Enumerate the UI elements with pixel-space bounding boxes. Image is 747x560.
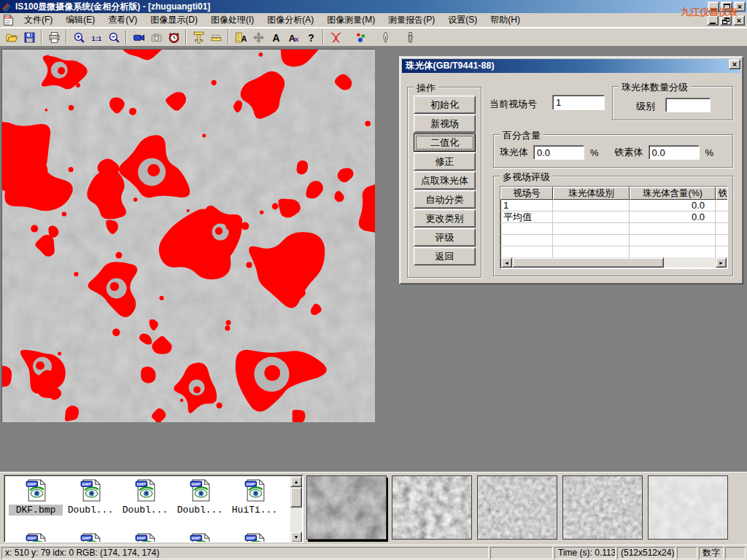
ruler-button[interactable] — [207, 29, 225, 45]
text-button[interactable]: A — [267, 29, 285, 45]
move-button[interactable] — [249, 29, 267, 45]
op-button-2[interactable]: 二值化 — [414, 133, 476, 152]
zoom-out-button[interactable] — [105, 29, 123, 45]
table-header-0[interactable]: 视场号 — [500, 187, 553, 200]
menu-item-2[interactable]: 查看(V) — [101, 12, 144, 28]
vscroll-thumb[interactable] — [290, 487, 302, 508]
current-field-input[interactable] — [552, 95, 605, 110]
probe-button[interactable] — [401, 29, 419, 45]
color-points-icon — [355, 31, 367, 44]
op-button-8[interactable]: 返回 — [414, 247, 476, 265]
actual-size-button[interactable]: 1:1 — [88, 29, 105, 45]
file-item-3[interactable]: BMPDoubl... — [173, 478, 227, 516]
op-button-7[interactable]: 评级 — [414, 228, 476, 246]
close-button[interactable]: × — [734, 1, 746, 12]
op-button-3[interactable]: 修正 — [414, 152, 476, 171]
pen-button[interactable] — [376, 29, 394, 45]
table-row-4[interactable] — [500, 246, 727, 258]
table-cell — [500, 246, 553, 257]
svg-text:BMP: BMP — [27, 536, 36, 540]
menu-item-0[interactable]: 文件(F) — [18, 12, 59, 28]
specimen-thumbnail-1[interactable] — [392, 475, 472, 540]
video-camera-button[interactable] — [130, 29, 147, 45]
dialog-title: 珠光体(GB/T9441-88) — [406, 60, 495, 72]
caliper-button[interactable] — [190, 29, 207, 45]
color-points-button[interactable] — [352, 29, 369, 45]
curve-button[interactable] — [327, 29, 344, 45]
document-icon[interactable]: DOC — [2, 14, 15, 26]
specimen-thumbnail-2[interactable] — [477, 475, 557, 540]
help-button[interactable]: ? — [302, 29, 320, 45]
mdi-restore-button[interactable] — [720, 15, 732, 26]
table-header-2[interactable]: 珠光体含量(%) — [630, 187, 716, 200]
camera-button[interactable] — [147, 29, 165, 45]
file-item-1[interactable]: BMPDoubl... — [63, 478, 117, 516]
zoom-in-button[interactable] — [70, 29, 88, 45]
measure-text-button[interactable]: A — [232, 29, 249, 45]
scroll-right-button[interactable]: ► — [716, 257, 727, 268]
menu-item-1[interactable]: 编辑(E) — [59, 12, 101, 28]
save-button[interactable] — [20, 29, 38, 45]
open-button[interactable] — [3, 29, 20, 45]
op-button-6[interactable]: 更改类别 — [414, 209, 476, 228]
mdi-minimize-button[interactable] — [707, 15, 719, 26]
pearlite-percent-input[interactable] — [533, 145, 584, 160]
grade-level-input[interactable] — [665, 98, 711, 112]
file-item-partial[interactable]: BMP — [228, 532, 282, 542]
dialog-close-button[interactable]: × — [729, 59, 740, 69]
file-item-4[interactable]: BMPHuiTi... — [228, 478, 282, 516]
op-button-4[interactable]: 点取珠光体 — [414, 171, 476, 190]
hscroll-thumb[interactable] — [512, 257, 664, 268]
menu-item-9[interactable]: 帮助(H) — [484, 12, 527, 28]
file-list[interactable]: BMPDKF.bmpBMPDoubl...BMPDoubl...BMPDoubl… — [4, 475, 303, 542]
table-row-0[interactable]: 10.0 — [500, 200, 727, 211]
file-item-0[interactable]: BMPDKF.bmp — [9, 478, 63, 516]
menu-item-7[interactable]: 测量报告(P) — [382, 12, 441, 28]
specimen-thumbnail-3[interactable] — [562, 475, 643, 540]
hscroll-track[interactable] — [664, 257, 716, 268]
op-button-1[interactable]: 新视场 — [414, 114, 476, 133]
print-button[interactable] — [45, 29, 63, 45]
op-button-0[interactable]: 初始化 — [414, 96, 476, 114]
scroll-up-button[interactable]: ▲ — [290, 476, 302, 487]
table-row-2[interactable] — [500, 223, 727, 235]
table-cell — [553, 211, 630, 222]
menu-item-8[interactable]: 设置(S) — [441, 12, 484, 28]
menu-item-4[interactable]: 图像处理(I) — [204, 12, 260, 28]
svg-text:BMP: BMP — [246, 536, 255, 540]
table-hscrollbar[interactable]: ◄ ► — [501, 257, 727, 268]
table-header-3[interactable]: 铁素体含量(%) — [716, 187, 728, 200]
move-icon — [252, 31, 265, 44]
file-item-partial[interactable]: BMP — [9, 532, 63, 542]
grade-group-label: 珠光体数量分级 — [619, 81, 691, 94]
filelist-vscrollbar[interactable]: ▲▼ — [290, 476, 302, 542]
timer-button[interactable] — [165, 29, 182, 45]
maximize-button[interactable] — [721, 1, 732, 12]
text-style-button[interactable]: A — [285, 29, 302, 45]
dialog-title-bar[interactable]: 珠光体(GB/T9441-88) — [402, 59, 740, 73]
vscroll-track[interactable] — [290, 508, 302, 532]
file-item-partial[interactable]: BMP — [63, 532, 117, 542]
ferrite-percent-input[interactable] — [649, 145, 700, 160]
menu-item-5[interactable]: 图像分析(A) — [260, 12, 320, 28]
mdi-close-button[interactable]: × — [733, 15, 745, 26]
table-row-1[interactable]: 平均值0.0 — [500, 211, 727, 223]
op-button-5[interactable]: 自动分类 — [414, 190, 476, 209]
scroll-down-button[interactable]: ▼ — [290, 532, 302, 542]
status-empty-1 — [490, 547, 553, 559]
file-item-partial[interactable]: BMP — [118, 532, 172, 542]
table-row-3[interactable] — [500, 235, 727, 246]
minimize-button[interactable] — [708, 1, 719, 12]
specimen-image[interactable] — [1, 49, 375, 422]
specimen-thumbnail-0[interactable] — [306, 475, 387, 540]
grade-level-label: 级别 — [636, 100, 655, 113]
menu-item-3[interactable]: 图像显示(D) — [144, 12, 204, 28]
multifield-table[interactable]: 视场号珠光体级别珠光体含量(%)铁素体含量(%) 10.0平均值0.0 ◄ ► — [500, 186, 728, 269]
specimen-thumbnail-4[interactable] — [648, 475, 728, 540]
table-header-1[interactable]: 珠光体级别 — [553, 187, 630, 200]
menu-item-6[interactable]: 图像测量(M) — [320, 12, 382, 28]
file-item-2[interactable]: BMPDoubl... — [118, 478, 172, 516]
scroll-left-button[interactable]: ◄ — [501, 257, 512, 268]
table-cell: 0.0 — [630, 200, 716, 211]
file-item-partial[interactable]: BMP — [173, 532, 227, 542]
